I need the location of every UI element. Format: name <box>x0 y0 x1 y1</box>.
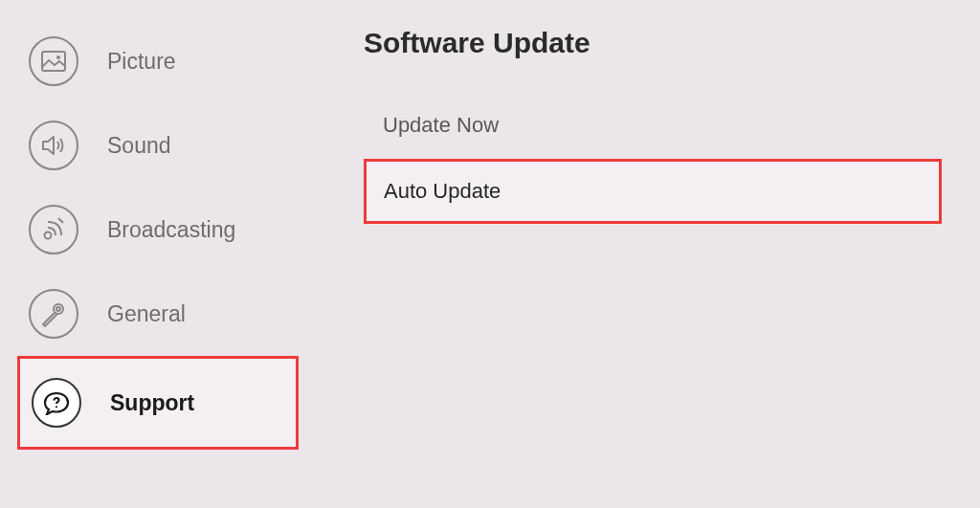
svg-point-2 <box>45 232 52 239</box>
sidebar-item-label: General <box>107 301 186 327</box>
sidebar-item-label: Broadcasting <box>107 217 235 243</box>
svg-point-5 <box>56 406 57 408</box>
support-icon <box>32 378 81 428</box>
broadcasting-icon <box>29 205 78 254</box>
sidebar-item-broadcasting[interactable]: Broadcasting <box>0 188 316 272</box>
sidebar-item-label: Sound <box>107 133 171 159</box>
sound-icon <box>29 121 78 170</box>
option-update-now[interactable]: Update Now <box>364 98 942 153</box>
sidebar: Picture Sound Broadcasting <box>0 0 316 508</box>
svg-point-1 <box>56 55 60 59</box>
svg-point-4 <box>56 307 60 311</box>
sidebar-item-label: Picture <box>107 49 176 75</box>
sidebar-item-picture[interactable]: Picture <box>0 19 316 103</box>
option-list: Update Now Auto Update <box>364 98 942 224</box>
svg-rect-0 <box>42 52 65 71</box>
option-auto-update[interactable]: Auto Update <box>364 159 942 224</box>
main-panel: Software Update Update Now Auto Update <box>316 0 980 508</box>
page-title: Software Update <box>364 27 942 59</box>
picture-icon <box>29 36 78 86</box>
sidebar-item-sound[interactable]: Sound <box>0 103 316 188</box>
sidebar-item-label: Support <box>110 390 194 416</box>
general-icon <box>29 289 78 339</box>
sidebar-item-support[interactable]: Support <box>17 356 299 450</box>
sidebar-item-general[interactable]: General <box>0 272 316 356</box>
